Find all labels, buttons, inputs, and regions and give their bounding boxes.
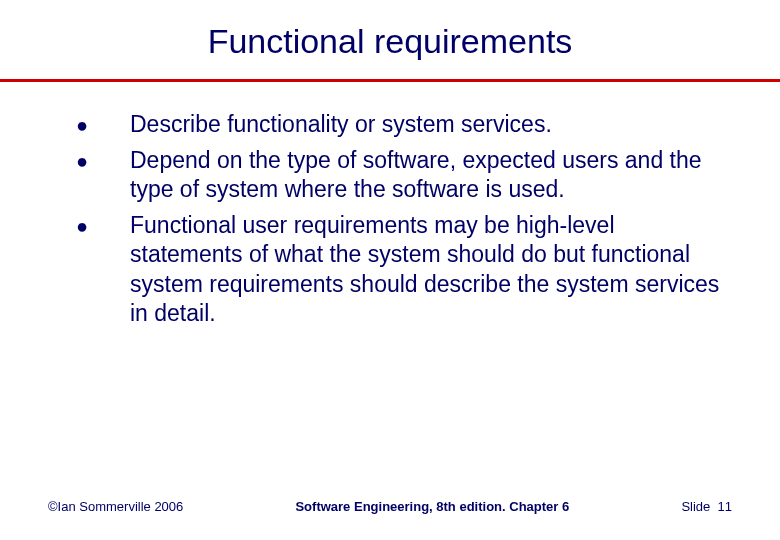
- list-item: ● Describe functionality or system servi…: [70, 110, 730, 140]
- bullet-text: Depend on the type of software, expected…: [130, 146, 730, 205]
- footer-slide-label: Slide: [681, 499, 710, 514]
- footer-center: Software Engineering, 8th edition. Chapt…: [183, 499, 681, 514]
- bullet-list: ● Describe functionality or system servi…: [70, 110, 730, 329]
- list-item: ● Functional user requirements may be hi…: [70, 211, 730, 329]
- bullet-icon: ●: [70, 146, 130, 176]
- footer-slide-number: Slide 11: [681, 499, 732, 514]
- slide-content: ● Describe functionality or system servi…: [0, 82, 780, 329]
- slide-container: Functional requirements ● Describe funct…: [0, 0, 780, 540]
- bullet-text: Describe functionality or system service…: [130, 110, 552, 139]
- bullet-icon: ●: [70, 110, 130, 140]
- bullet-icon: ●: [70, 211, 130, 241]
- bullet-text: Functional user requirements may be high…: [130, 211, 730, 329]
- slide-title: Functional requirements: [0, 0, 780, 79]
- slide-footer: ©Ian Sommerville 2006 Software Engineeri…: [0, 499, 780, 514]
- footer-copyright: ©Ian Sommerville 2006: [48, 499, 183, 514]
- footer-slide-num: 11: [718, 499, 732, 514]
- list-item: ● Depend on the type of software, expect…: [70, 146, 730, 205]
